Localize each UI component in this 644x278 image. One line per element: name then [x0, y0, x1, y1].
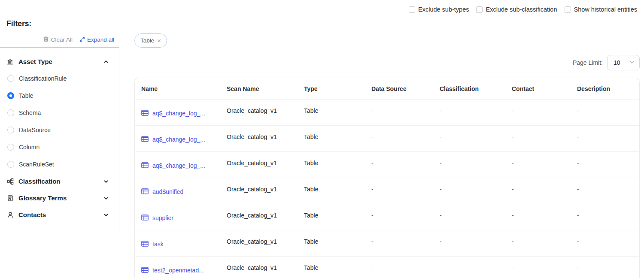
table-row: aq$_change_log_...Oracle_catalog_v1Table…	[135, 100, 639, 126]
scan-name-cell: Oracle_catalog_v1	[220, 264, 298, 271]
radio-icon[interactable]	[7, 127, 14, 133]
asset-name-link[interactable]: aq$_change_log_...	[152, 110, 205, 117]
checkbox-icon[interactable]	[565, 6, 571, 13]
column-header-data_source: Data Source	[365, 85, 433, 92]
table-header-row: NameScan NameTypeData SourceClassificati…	[135, 78, 639, 100]
description-cell: -	[571, 186, 639, 193]
scan-name-cell: Oracle_catalog_v1	[220, 133, 298, 140]
radio-icon[interactable]	[7, 161, 14, 168]
asset-name-link[interactable]: aq$_change_log_...	[152, 162, 205, 169]
scan-name-cell: Oracle_catalog_v1	[220, 212, 298, 219]
type-cell: Table	[298, 264, 365, 271]
bank-icon	[6, 58, 14, 65]
filter-actions: Clear All Expand all	[0, 36, 119, 48]
table-row: aud$unifiedOracle_catalog_v1Table----	[135, 178, 639, 204]
hierarchy-icon	[6, 178, 14, 185]
checkbox-option-2[interactable]: Show historical entities	[565, 6, 638, 13]
radio-icon[interactable]	[7, 75, 14, 82]
radio-icon[interactable]	[7, 109, 14, 116]
radio-option-schema[interactable]: Schema	[6, 104, 113, 121]
type-cell: Table	[298, 186, 365, 193]
radio-option-scanruleset[interactable]: ScanRuleSet	[6, 156, 113, 173]
scan-name-cell: Oracle_catalog_v1	[220, 238, 298, 245]
checkbox-icon[interactable]	[409, 6, 415, 13]
clear-all-label: Clear All	[51, 36, 73, 43]
chevron-up-icon	[103, 59, 113, 64]
radio-option-label: Column	[19, 144, 39, 151]
description-cell: -	[571, 160, 639, 166]
table-body: aq$_change_log_...Oracle_catalog_v1Table…	[135, 100, 639, 278]
table-asset-icon	[141, 188, 149, 196]
classification-cell: -	[433, 133, 505, 140]
asset-name-link[interactable]: aud$unified	[152, 188, 183, 195]
filters-sidebar: Clear All Expand all Asset TypeClassific…	[0, 36, 119, 234]
asset-name-cell: aq$_change_log_...	[135, 136, 220, 143]
contact-cell: -	[505, 238, 571, 245]
asset-name-cell: test2_openmetad...	[135, 267, 220, 274]
close-icon[interactable]: ×	[157, 37, 161, 44]
contact-cell: -	[505, 212, 571, 219]
asset-name-link[interactable]: supplier	[152, 215, 173, 221]
column-header-type: Type	[298, 85, 365, 92]
scan-name-cell: Oracle_catalog_v1	[220, 160, 298, 166]
asset-name-link[interactable]: task	[152, 241, 164, 248]
asset-name-link[interactable]: test2_openmetad...	[152, 267, 204, 274]
radio-option-table[interactable]: Table	[6, 87, 113, 104]
chevron-down-icon	[103, 196, 113, 201]
type-cell: Table	[298, 107, 365, 114]
filters-title: Filters:	[6, 19, 31, 28]
classification-cell: -	[433, 186, 505, 193]
radio-option-datasource[interactable]: DataSource	[6, 121, 113, 139]
applied-filters-row: Table×	[134, 33, 640, 48]
clear-all-button[interactable]: Clear All	[43, 36, 73, 43]
type-cell: Table	[298, 133, 365, 140]
data-source-cell: -	[365, 264, 433, 271]
data-source-cell: -	[365, 107, 433, 114]
table-asset-icon	[141, 162, 149, 169]
radio-option-label: Schema	[19, 109, 41, 116]
table-row: taskOracle_catalog_v1Table----	[135, 230, 639, 257]
checkbox-option-1[interactable]: Exclude sub-classification	[476, 6, 557, 13]
checkbox-option-0[interactable]: Exclude sub-types	[409, 6, 469, 13]
data-source-cell: -	[365, 160, 433, 166]
contact-cell: -	[505, 186, 571, 193]
column-header-scan_name: Scan Name	[220, 85, 298, 92]
column-header-name: Name	[135, 85, 220, 92]
trash-icon	[43, 36, 49, 43]
asset-name-link[interactable]: aq$_change_log_...	[152, 136, 205, 143]
table-row: aq$_change_log_...Oracle_catalog_v1Table…	[135, 126, 639, 152]
asset-name-cell: aud$unified	[135, 188, 220, 196]
header-options-bar: Exclude sub-typesExclude sub-classificat…	[409, 6, 637, 13]
radio-icon[interactable]	[7, 144, 14, 151]
filter-section-classification[interactable]: Classification	[6, 173, 113, 190]
chevron-down-icon	[103, 212, 113, 218]
page-limit-select[interactable]: 10	[607, 55, 640, 70]
checkbox-icon[interactable]	[476, 6, 483, 13]
table-row: test2_openmetad...Oracle_catalog_v1Table…	[135, 257, 639, 278]
checkbox-label: Exclude sub-types	[418, 6, 469, 13]
data-source-cell: -	[365, 212, 433, 219]
description-cell: -	[571, 107, 639, 114]
expand-icon	[79, 36, 85, 43]
radio-option-classificationrule[interactable]: ClassificationRule	[6, 70, 113, 87]
description-cell: -	[571, 133, 639, 140]
asset-name-cell: task	[135, 241, 220, 248]
chevron-down-icon	[103, 179, 113, 184]
page-limit-row: Page Limit: 10	[134, 55, 640, 70]
results-table: NameScan NameTypeData SourceClassificati…	[134, 78, 640, 278]
data-source-cell: -	[365, 238, 433, 245]
table-row: aq$_change_log_...Oracle_catalog_v1Table…	[135, 152, 639, 178]
contact-cell: -	[505, 264, 571, 271]
filter-sections: Asset TypeClassificationRuleTableSchemaD…	[0, 48, 119, 234]
filter-section-contacts[interactable]: Contacts	[6, 206, 113, 223]
radio-selected-icon[interactable]	[7, 92, 14, 99]
radio-option-column[interactable]: Column	[6, 139, 113, 156]
column-header-contact: Contact	[505, 85, 571, 92]
classification-cell: -	[433, 264, 505, 271]
description-cell: -	[571, 238, 639, 245]
column-header-classification: Classification	[433, 85, 505, 92]
expand-all-button[interactable]: Expand all	[79, 36, 114, 43]
filter-section-asset-type[interactable]: Asset Type	[6, 53, 113, 70]
applied-filter-chip[interactable]: Table×	[134, 33, 167, 48]
filter-section-glossary-terms[interactable]: Glossary Terms	[6, 190, 113, 206]
